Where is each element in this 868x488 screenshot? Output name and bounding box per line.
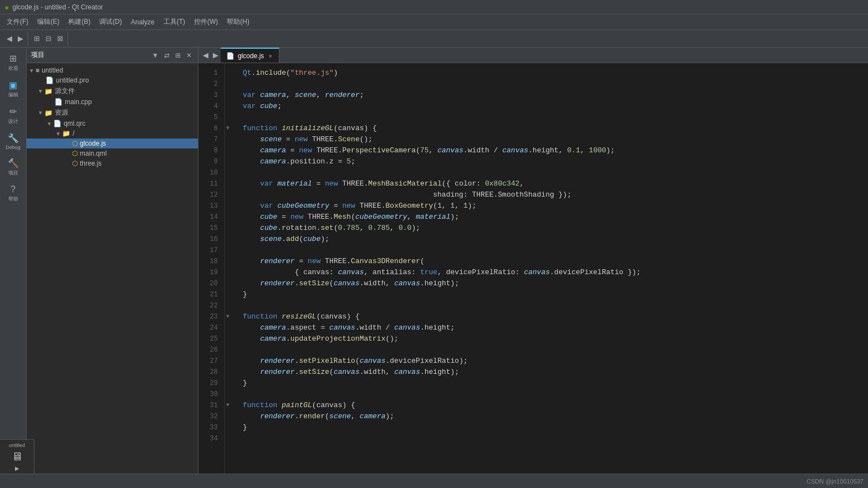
code-line-4[interactable]: var cube;: [243, 101, 859, 112]
code-line-21[interactable]: }: [243, 289, 859, 300]
code-line-13[interactable]: var cubeGeometry = new THREE.BoxGeometry…: [243, 201, 859, 212]
tree-item-mainqml[interactable]: ⬡main.qml: [27, 148, 198, 158]
line-number-4: 4: [198, 101, 224, 112]
debug-icon: 🔧: [8, 133, 19, 143]
sidebar-icon-welcome[interactable]: ⊞欢迎: [1, 50, 25, 75]
new-file-button[interactable]: ⊞: [32, 33, 42, 44]
code-line-3[interactable]: var camera, scene, renderer;: [243, 90, 859, 101]
filter-button[interactable]: ▼: [150, 51, 160, 60]
add-file-button[interactable]: ⊞: [173, 51, 182, 60]
code-line-28[interactable]: renderer.setSize(canvas.width, canvas.he…: [243, 367, 859, 378]
tab-file-icon: 📄: [226, 52, 234, 60]
sidebar-icon-project[interactable]: 🔨项目: [1, 155, 25, 180]
project-header: 项目 ▼ ⇄ ⊞ ✕: [27, 48, 198, 63]
code-line-32[interactable]: renderer.render(scene, camera);: [243, 411, 859, 422]
close-split-button[interactable]: ⊠: [55, 33, 65, 44]
line-number-10: 10: [198, 167, 224, 178]
code-line-5[interactable]: [243, 112, 859, 123]
code-line-33[interactable]: }: [243, 422, 859, 433]
tree-item-untitledpro[interactable]: 📄untitled.pro: [27, 75, 198, 85]
back-button[interactable]: ◀: [4, 33, 14, 44]
code-line-15[interactable]: cube.rotation.set(0.785, 0.785, 0.0);: [243, 223, 859, 234]
tree-item-threejs[interactable]: ⬡three.js: [27, 158, 198, 168]
code-line-8[interactable]: camera = new THREE.PerspectiveCamera(75,…: [243, 145, 859, 156]
code-line-25[interactable]: camera.updateProjectionMatrix();: [243, 333, 859, 345]
code-line-18[interactable]: renderer = new THREE.Canvas3DRenderer(: [243, 256, 859, 267]
line-number-3: 3: [198, 90, 224, 101]
menu-item-b[interactable]: 构建(B): [64, 16, 95, 28]
title-text: glcode.js - untitled - Qt Creator: [12, 3, 103, 11]
file-icon: 📄: [45, 76, 54, 84]
code-line-31[interactable]: function paintGL(canvas) {: [243, 400, 859, 411]
line-number-25: 25: [198, 333, 224, 345]
sidebar-icon-edit[interactable]: ▣编辑: [1, 76, 25, 102]
code-line-20[interactable]: renderer.setSize(canvas.width, canvas.he…: [243, 278, 859, 289]
split-button[interactable]: ⊟: [43, 33, 54, 44]
menu-item-e[interactable]: 编辑(E): [33, 16, 64, 28]
sidebar-icon-debug[interactable]: 🔧Debug: [1, 130, 25, 153]
tab-label: glcode.js: [238, 52, 264, 60]
tree-item-glcodejs[interactable]: ⬡glcode.js: [27, 138, 198, 148]
code-line-29[interactable]: }: [243, 378, 859, 389]
code-line-10[interactable]: [243, 167, 859, 178]
code-line-9[interactable]: camera.position.z = 5;: [243, 156, 859, 167]
tree-item-untitled[interactable]: ▼■untitled: [27, 65, 198, 75]
line-number-6: 6: [198, 123, 224, 134]
collapse-arrow-23[interactable]: ▼: [226, 311, 229, 322]
arrow-icon: ▶: [15, 465, 19, 471]
code-line-27[interactable]: renderer.setPixelRatio(canvas.devicePixe…: [243, 356, 859, 367]
code-content[interactable]: Qt.include("three.js") var camera, scene…: [234, 63, 868, 474]
sidebar-icon-design[interactable]: ✏设计: [1, 103, 25, 129]
tabs-bar: ◀ ▶ 📄 glcode.js ×: [198, 48, 868, 63]
code-line-7[interactable]: scene = new THREE.Scene();: [243, 134, 859, 145]
sync-button[interactable]: ⇄: [162, 51, 171, 60]
close-panel-button[interactable]: ✕: [185, 51, 193, 60]
code-line-14[interactable]: cube = new THREE.Mesh(cubeGeometry, mate…: [243, 212, 859, 223]
menu-item-w[interactable]: 控件(W): [190, 16, 222, 28]
menu-item-d[interactable]: 调试(D): [95, 16, 126, 28]
code-line-26[interactable]: [243, 345, 859, 356]
menu-item-h[interactable]: 帮助(H): [222, 16, 254, 28]
tree-item-[interactable]: ▼📁资源: [27, 107, 198, 119]
tab-close-button[interactable]: ×: [267, 53, 273, 59]
line-number-27: 27: [198, 356, 224, 367]
code-line-6[interactable]: function initializeGL(canvas) {: [243, 123, 859, 134]
code-line-16[interactable]: scene.add(cube);: [243, 234, 859, 245]
collapse-arrow-31[interactable]: ▼: [226, 400, 229, 411]
code-line-24[interactable]: camera.aspect = canvas.width / canvas.he…: [243, 322, 859, 333]
line-number-34: 34: [198, 433, 224, 444]
code-line-34[interactable]: [243, 433, 859, 444]
code-editor[interactable]: 1234567891011121314151617181920212223242…: [198, 63, 868, 474]
code-line-11[interactable]: var material = new THREE.MeshBasicMateri…: [243, 178, 859, 189]
bottom-bar: CSDN @jn10010537: [0, 474, 868, 488]
tab-prev-button[interactable]: ◀: [201, 50, 211, 60]
code-line-17[interactable]: [243, 245, 859, 256]
toolbar-actions: ⊞ ⊟ ⊠: [29, 32, 68, 45]
sidebar-icon-help[interactable]: ?帮助: [1, 181, 25, 206]
menu-item-f[interactable]: 文件(F): [2, 16, 33, 28]
collapse-arrow-6[interactable]: ▼: [226, 123, 229, 134]
code-line-23[interactable]: function resizeGL(canvas) {: [243, 311, 859, 322]
tree-item-maincpp[interactable]: 📄main.cpp: [27, 97, 198, 107]
line-number-22: 22: [198, 300, 224, 311]
file-label: /: [73, 130, 74, 137]
menu-item-t[interactable]: 工具(T): [159, 16, 190, 28]
code-line-2[interactable]: [243, 79, 859, 90]
tree-item-[interactable]: ▼📁源文件: [27, 85, 198, 97]
line-number-31: 31: [198, 400, 224, 411]
menu-item-analyze[interactable]: Analyze: [126, 17, 159, 28]
line-number-11: 11: [198, 178, 224, 189]
tab-next-button[interactable]: ▶: [211, 50, 221, 60]
editor-tab-glcode[interactable]: 📄 glcode.js ×: [221, 48, 279, 63]
code-line-19[interactable]: { canvas: canvas, antialias: true, devic…: [243, 267, 859, 278]
code-line-22[interactable]: [243, 300, 859, 311]
code-line-12[interactable]: shading: THREE.SmoothShading });: [243, 189, 859, 201]
tree-item-qmlqrc[interactable]: ▼📄qml.qrc: [27, 119, 198, 129]
tree-item-[interactable]: ▼📁/: [27, 129, 198, 138]
code-line-1[interactable]: Qt.include("three.js"): [243, 68, 859, 79]
bottom-left-panel[interactable]: untitled 🖥 ▶: [0, 439, 34, 474]
line-number-26: 26: [198, 345, 224, 356]
code-line-30[interactable]: [243, 389, 859, 400]
forward-button[interactable]: ▶: [16, 33, 25, 44]
help-label: 帮助: [8, 196, 18, 203]
